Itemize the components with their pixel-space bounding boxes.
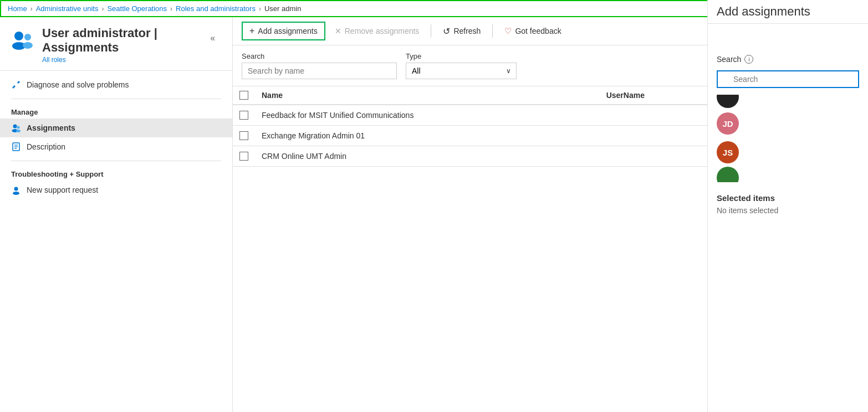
svg-point-0 <box>14 32 23 40</box>
svg-point-6 <box>17 126 20 129</box>
table-header-row: Name UserName <box>233 86 707 105</box>
sidebar-item-description[interactable]: Description <box>0 137 232 156</box>
breadcrumb-sep-4: › <box>259 5 261 13</box>
select-all-header[interactable] <box>233 86 255 105</box>
search-info-icon[interactable]: i <box>744 55 753 64</box>
svg-point-2 <box>24 34 31 40</box>
add-assignments-button[interactable]: + Add assignments <box>242 22 325 40</box>
page-title: User administrator | Assignments <box>42 26 200 55</box>
troubleshooting-section-label: Troubleshooting + Support <box>0 166 232 181</box>
search-input[interactable] <box>242 63 397 79</box>
table-row: CRM Online UMT Admin <box>233 146 707 167</box>
svg-point-4 <box>13 125 17 128</box>
breadcrumb-admin-units[interactable]: Administrative units <box>36 4 99 13</box>
sidebar-divider-2 <box>11 161 221 161</box>
row-username-2 <box>600 146 707 167</box>
svg-point-3 <box>23 42 33 49</box>
type-select[interactable]: All User Group Service principal <box>406 63 517 79</box>
row-checkbox-cell[interactable] <box>233 105 255 126</box>
row-username-1 <box>600 126 707 146</box>
breadcrumb-current: User admin <box>264 4 301 13</box>
assignments-icon <box>11 123 21 133</box>
avatar-row-partial-bottom[interactable] <box>717 167 859 182</box>
row-name-0: Feedback for MSIT Unified Communications <box>255 105 600 126</box>
right-search-input[interactable] <box>717 70 859 88</box>
sidebar-item-assignments[interactable]: Assignments <box>0 119 232 137</box>
right-panel-search-label: Search i <box>717 55 859 64</box>
avatar-jd: JD <box>717 112 739 135</box>
sidebar-item-description-label: Description <box>27 142 65 151</box>
table-body: Feedback for MSIT Unified Communications… <box>233 105 707 167</box>
username-column-header: UserName <box>600 86 707 105</box>
page-icon <box>9 27 35 54</box>
breadcrumb-sep-3: › <box>170 5 172 13</box>
remove-assignments-button[interactable]: ✕ Remove assignments <box>328 23 427 39</box>
table-row: Exchange Migration Admin 01 <box>233 126 707 146</box>
content-area: + Add assignments ✕ Remove assignments ↺… <box>233 17 707 412</box>
breadcrumb-sep-1: › <box>30 5 33 13</box>
feedback-button[interactable]: ♡ Got feedback <box>497 22 568 40</box>
breadcrumb-seattle[interactable]: Seattle Operations <box>107 4 167 13</box>
avatar-row-partial-top[interactable] <box>717 95 859 108</box>
svg-point-13 <box>13 192 19 195</box>
search-filter-label: Search <box>242 52 397 60</box>
row-checkbox-0[interactable] <box>239 111 248 120</box>
row-checkbox-2[interactable] <box>239 152 248 161</box>
select-all-checkbox[interactable] <box>239 91 248 100</box>
sidebar-item-assignments-label: Assignments <box>27 123 75 132</box>
plus-icon: + <box>249 26 254 36</box>
breadcrumb-sep-2: › <box>101 5 104 13</box>
page-subtitle: All roles <box>42 56 200 64</box>
svg-point-12 <box>14 187 18 191</box>
page-header: User administrator | Assignments All rol… <box>0 17 232 71</box>
filters-row: Search Type All User Group Service princ… <box>233 45 707 86</box>
row-checkbox-cell[interactable] <box>233 126 255 146</box>
right-search-wrapper: 🔍 <box>717 70 859 88</box>
collapse-sidebar-button[interactable]: « <box>206 30 219 46</box>
selected-items-section: Selected items No items selected <box>717 193 859 215</box>
close-icon: ✕ <box>335 27 341 35</box>
svg-point-7 <box>16 130 21 132</box>
sidebar-divider-1 <box>11 99 221 99</box>
refresh-icon: ↺ <box>443 26 450 37</box>
avatar-black <box>717 95 739 108</box>
avatar-row-js[interactable]: JS <box>717 138 859 167</box>
sidebar-item-diagnose[interactable]: Diagnose and solve problems <box>0 75 232 94</box>
toolbar: + Add assignments ✕ Remove assignments ↺… <box>233 17 707 45</box>
refresh-button[interactable]: ↺ Refresh <box>436 22 488 40</box>
row-username-0 <box>600 105 707 126</box>
description-icon <box>11 142 21 152</box>
heart-icon: ♡ <box>504 26 512 36</box>
assignments-table-container: Name UserName Feedback for MSIT Unified … <box>233 86 707 412</box>
sidebar-item-support[interactable]: New support request <box>0 181 232 199</box>
avatar-green-partial <box>717 167 739 182</box>
avatar-list: JD JS <box>717 95 859 182</box>
avatar-js: JS <box>717 141 739 163</box>
row-name-2: CRM Online UMT Admin <box>255 146 600 167</box>
toolbar-separator-2 <box>492 24 493 38</box>
right-panel: Search i 🔍 JD <box>707 17 868 412</box>
table-row: Feedback for MSIT Unified Communications <box>233 105 707 126</box>
row-checkbox-cell[interactable] <box>233 146 255 167</box>
sidebar-navigation: Diagnose and solve problems Manage Assig… <box>0 71 232 412</box>
type-filter-group: Type All User Group Service principal ∨ <box>406 52 517 79</box>
manage-section-label: Manage <box>0 104 232 119</box>
breadcrumb-roles[interactable]: Roles and administrators <box>176 4 256 13</box>
search-filter-group: Search <box>242 52 397 79</box>
sidebar-item-support-label: New support request <box>27 186 98 194</box>
breadcrumb-home[interactable]: Home <box>8 4 27 13</box>
sidebar-item-diagnose-label: Diagnose and solve problems <box>27 80 129 89</box>
support-icon <box>11 185 21 195</box>
type-select-wrapper: All User Group Service principal ∨ <box>406 63 517 79</box>
type-filter-label: Type <box>406 52 517 60</box>
row-checkbox-1[interactable] <box>239 131 248 140</box>
wrench-icon <box>11 80 21 90</box>
row-name-1: Exchange Migration Admin 01 <box>255 126 600 146</box>
breadcrumb: Home › Administrative units › Seattle Op… <box>0 0 868 17</box>
assignments-table: Name UserName Feedback for MSIT Unified … <box>233 86 707 167</box>
name-column-header: Name <box>255 86 600 105</box>
sidebar: User administrator | Assignments All rol… <box>0 17 233 412</box>
toolbar-separator-1 <box>431 24 431 38</box>
avatar-row-jd[interactable]: JD <box>717 109 859 138</box>
selected-items-label: Selected items <box>717 193 859 203</box>
